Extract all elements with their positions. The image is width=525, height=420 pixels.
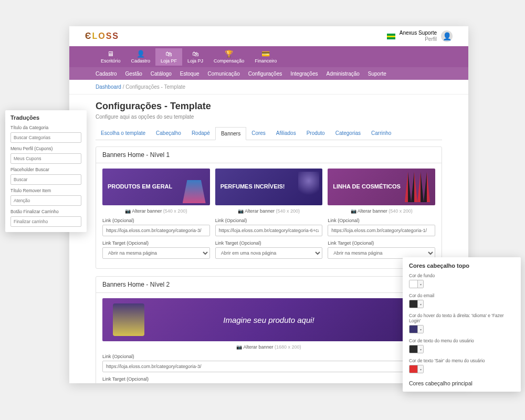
chevron-down-icon: ▾ xyxy=(418,280,423,288)
chevron-down-icon: ▾ xyxy=(418,326,423,333)
nav-icon: 🏆 xyxy=(225,50,233,57)
nav-icon: 👤 xyxy=(136,50,145,57)
color-picker[interactable]: ▾ xyxy=(409,325,424,333)
color-picker[interactable]: ▾ xyxy=(409,300,424,308)
color-picker[interactable]: ▾ xyxy=(409,365,424,373)
subnav-item-catálogo[interactable]: Catálogo xyxy=(151,71,172,77)
traducao-input[interactable] xyxy=(10,174,81,185)
nav-item-compensação[interactable]: 🏆Compensação xyxy=(208,48,249,66)
section-title: Banners Home - Nível 1 xyxy=(96,147,442,163)
camera-icon: 📷 xyxy=(238,208,244,214)
banner-target-select[interactable]: Abrir em uma nova página xyxy=(215,247,323,259)
chevron-down-icon: ▾ xyxy=(418,365,423,373)
wide-banner-preview[interactable]: Imagine seu produto aqui! xyxy=(102,298,435,341)
chevron-down-icon: ▾ xyxy=(418,300,423,308)
tab-rodapé[interactable]: Rodapé xyxy=(186,127,215,140)
traducao-input[interactable] xyxy=(10,153,81,164)
change-banner-link[interactable]: 📷 Alterar banner (540 x 200) xyxy=(328,208,435,214)
banner-preview[interactable]: LINHA DE COSMÉTICOS xyxy=(328,169,435,205)
section-title: Banners Home - Nível 2 xyxy=(96,277,442,293)
change-banner-link[interactable]: 📷 Alterar banner (540 x 200) xyxy=(215,208,323,214)
breadcrumb-current: Configurações - Template xyxy=(125,84,185,90)
banners-level2-card: Banners Home - Nível 2 Imagine seu produ… xyxy=(96,276,442,383)
page-title: Configurações - Template xyxy=(96,101,442,112)
banner-link-input[interactable] xyxy=(328,225,435,236)
cores-panel: Cores cabeçalho topo Cor de fundo▾Cor do… xyxy=(403,257,521,392)
subnav-item-administração[interactable]: Administração xyxy=(326,71,359,77)
camera-icon: 📷 xyxy=(351,208,356,214)
primary-nav: 🖥Escritório👤Cadastro🛍Loja PF🛍Loja PJ🏆Com… xyxy=(69,46,468,67)
camera-icon: 📷 xyxy=(125,208,131,214)
traducoes-panel: Traduções Título da CategoriaMenu Perfil… xyxy=(5,110,87,232)
traducao-input[interactable] xyxy=(10,132,81,143)
subnav-item-estoque[interactable]: Estoque xyxy=(180,71,200,77)
breadcrumb: Dashboard / Configurações - Template xyxy=(69,80,468,94)
traducao-input[interactable] xyxy=(10,216,81,227)
banners-level1-card: Banners Home - Nível 1 PRODUTOS EM GERAL… xyxy=(96,146,442,269)
change-banner-link[interactable]: 📷 Alterar banner (1680 x 200) xyxy=(102,344,435,350)
avatar-icon[interactable]: 👤 xyxy=(441,30,453,42)
banner-link-input[interactable] xyxy=(215,225,323,236)
user-sub: Perfil xyxy=(400,36,437,43)
tab-carrinho[interactable]: Carrinho xyxy=(366,127,396,140)
subnav-item-suporte[interactable]: Suporte xyxy=(368,71,386,77)
wide-banner-link-input[interactable] xyxy=(102,361,435,372)
subnav-item-cadastro[interactable]: Cadastro xyxy=(96,71,117,77)
secondary-panel-title: Cores cabeçalho principal xyxy=(409,380,514,386)
nav-icon: 🖥 xyxy=(107,50,114,57)
tab-banners[interactable]: Banners xyxy=(215,127,246,140)
header-bar: ЄLOSS Anexus Suporte Perfil 👤 xyxy=(69,26,468,46)
tab-cores[interactable]: Cores xyxy=(246,127,271,140)
banner-column: LINHA DE COSMÉTICOS📷 Alterar banner (540… xyxy=(328,169,435,263)
config-tabs: Escolha o templateCabeçalhoRodapéBanners… xyxy=(96,127,442,140)
secondary-nav: CadastroGestãoCatálogoEstoqueComunicação… xyxy=(69,67,468,80)
subnav-item-configurações[interactable]: Configurações xyxy=(248,71,282,77)
nav-item-financeiro[interactable]: 💳Financeiro xyxy=(249,48,282,66)
nav-item-loja-pf[interactable]: 🛍Loja PF xyxy=(155,48,182,66)
chevron-down-icon: ▾ xyxy=(418,345,423,353)
nav-icon: 💳 xyxy=(261,50,270,57)
banner-target-select[interactable]: Abrir na mesma página xyxy=(102,247,210,259)
subnav-item-comunicação[interactable]: Comunicação xyxy=(208,71,240,77)
tab-cabeçalho[interactable]: Cabeçalho xyxy=(151,127,186,140)
banner-preview[interactable]: PERFUMES INCRÍVEIS! xyxy=(215,169,323,205)
subnav-item-gestão[interactable]: Gestão xyxy=(125,71,142,77)
nav-icon: 🛍 xyxy=(192,50,199,57)
nav-item-loja-pj[interactable]: 🛍Loja PJ xyxy=(182,48,208,66)
color-picker[interactable]: ▾ xyxy=(409,345,424,353)
page-subtitle: Configure aqui as opções do seu template xyxy=(96,114,442,120)
banner-preview[interactable]: PRODUTOS EM GERAL xyxy=(102,169,210,205)
panel-title: Traduções xyxy=(10,114,81,121)
panel-title: Cores cabeçalho topo xyxy=(409,262,514,269)
change-banner-link[interactable]: 📷 Alterar banner (540 x 200) xyxy=(102,208,210,214)
tab-afiliados[interactable]: Afiliados xyxy=(271,127,301,140)
brand-logo: ЄLOSS xyxy=(85,32,119,41)
nav-item-cadastro[interactable]: 👤Cadastro xyxy=(126,48,156,66)
nav-icon: 🛍 xyxy=(165,50,172,57)
breadcrumb-root[interactable]: Dashboard xyxy=(96,84,121,90)
tab-escolha-o-template[interactable]: Escolha o template xyxy=(96,127,151,140)
user-name: Anexus Suporte xyxy=(400,30,437,36)
locale-flag-icon[interactable] xyxy=(387,34,395,39)
banner-column: PERFUMES INCRÍVEIS!📷 Alterar banner (540… xyxy=(215,169,323,263)
camera-icon: 📷 xyxy=(236,344,242,350)
banner-link-input[interactable] xyxy=(102,225,210,236)
nav-item-escritório[interactable]: 🖥Escritório xyxy=(96,48,126,66)
traducao-input[interactable] xyxy=(10,195,81,206)
color-picker[interactable]: ▾ xyxy=(409,280,424,288)
tab-categorias[interactable]: Categorias xyxy=(330,127,366,140)
user-menu[interactable]: Anexus Suporte Perfil 👤 xyxy=(387,30,453,43)
subnav-item-integrações[interactable]: Integrações xyxy=(290,71,318,77)
tab-produto[interactable]: Produto xyxy=(301,127,330,140)
banner-column: PRODUTOS EM GERAL📷 Alterar banner (540 x… xyxy=(102,169,210,263)
